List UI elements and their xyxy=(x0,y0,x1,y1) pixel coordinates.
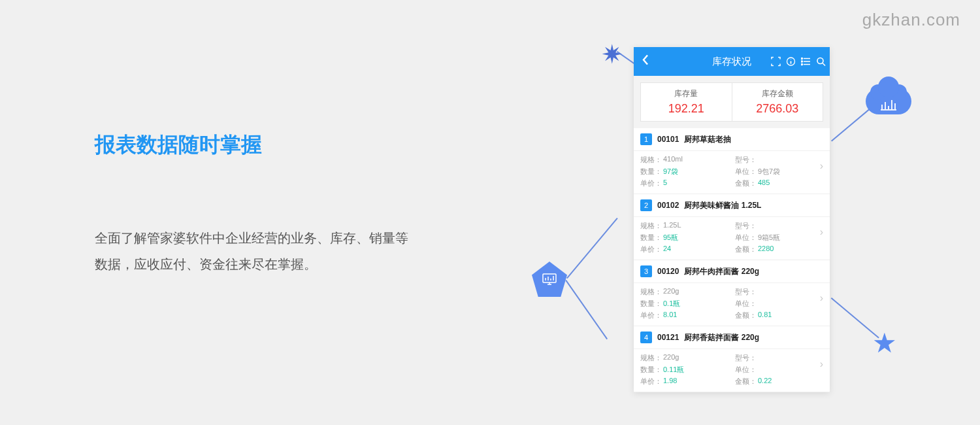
back-button[interactable] xyxy=(642,54,649,69)
watermark-text: gkzhan.com xyxy=(862,10,960,30)
amount-value: 0.81 xyxy=(758,311,772,320)
summary-qty[interactable]: 库存量 192.21 xyxy=(640,82,732,122)
model-label: 型号： xyxy=(735,221,757,231)
spec-value: 220g xyxy=(663,353,679,363)
decorative-line xyxy=(565,280,608,339)
item-name: 厨邦香菇拌面酱 220g xyxy=(684,332,759,343)
svg-point-5 xyxy=(817,58,823,64)
qty-value: 0.11瓶 xyxy=(663,365,684,375)
price-label: 单价： xyxy=(640,178,662,188)
model-label: 型号： xyxy=(735,287,757,297)
marketing-panel: 报表数据随时掌握 全面了解管家婆软件中企业经营的业务、库存、销量等数据，应收应付… xyxy=(95,131,408,277)
amount-label: 金额： xyxy=(735,311,757,320)
price-value: 1.98 xyxy=(663,377,677,386)
unit-value: 9包7袋 xyxy=(758,167,780,177)
unit-label: 单位： xyxy=(735,233,757,243)
cloud-chart-icon xyxy=(862,75,915,114)
item-index: 2 xyxy=(640,199,652,211)
item-code: 00101 xyxy=(657,135,679,144)
price-value: 8.01 xyxy=(663,311,677,320)
marketing-description: 全面了解管家婆软件中企业经营的业务、库存、销量等数据，应收应付、资金往来尽在掌握… xyxy=(95,225,408,277)
spec-label: 规格： xyxy=(640,155,662,165)
item-list: 1 00101 厨邦草菇老抽 规格：410ml 型号： 数量：97袋 单位：9包… xyxy=(634,128,830,392)
burst-icon: ✷ xyxy=(601,39,623,69)
price-label: 单价： xyxy=(640,245,662,254)
phone-mockup: 库存状况 xyxy=(634,47,830,392)
qty-label: 数量： xyxy=(640,167,662,177)
list-item[interactable]: 4 00121 厨邦香菇拌面酱 220g 规格：220g 型号： 数量：0.11… xyxy=(634,326,830,392)
price-value: 5 xyxy=(663,178,667,188)
price-value: 24 xyxy=(663,245,671,254)
item-code: 00121 xyxy=(657,333,679,342)
summary-qty-label: 库存量 xyxy=(641,88,732,99)
chevron-right-icon: › xyxy=(820,292,823,304)
list-item[interactable]: 1 00101 厨邦草菇老抽 规格：410ml 型号： 数量：97袋 单位：9包… xyxy=(634,128,830,194)
item-name: 厨邦美味鲜酱油 1.25L xyxy=(684,200,761,211)
qty-label: 数量： xyxy=(640,299,662,309)
amount-value: 0.22 xyxy=(758,377,772,386)
item-name: 厨邦草菇老抽 xyxy=(684,134,731,145)
amount-label: 金额： xyxy=(735,377,757,386)
summary-amount-label: 库存金额 xyxy=(732,88,823,99)
svg-point-4 xyxy=(802,64,803,65)
unit-label: 单位： xyxy=(735,167,757,177)
unit-label: 单位： xyxy=(735,365,757,375)
list-item[interactable]: 2 00102 厨邦美味鲜酱油 1.25L 规格：1.25L 型号： 数量：95… xyxy=(634,194,830,260)
item-code: 00120 xyxy=(657,267,679,276)
page-title: 库存状况 xyxy=(712,56,751,68)
decorative-line xyxy=(566,218,618,279)
amount-label: 金额： xyxy=(735,245,757,254)
model-label: 型号： xyxy=(735,155,757,165)
phone-header: 库存状况 xyxy=(634,47,830,76)
unit-label: 单位： xyxy=(735,299,757,309)
star-icon: ★ xyxy=(872,327,897,359)
chevron-right-icon: › xyxy=(820,358,823,370)
unit-value: 9箱5瓶 xyxy=(758,233,780,243)
summary-amount[interactable]: 库存金额 2766.03 xyxy=(732,82,824,122)
model-label: 型号： xyxy=(735,353,757,363)
summary-panel: 库存量 192.21 库存金额 2766.03 xyxy=(634,76,830,128)
svg-point-3 xyxy=(802,61,803,62)
qty-value: 97袋 xyxy=(663,167,678,177)
spec-value: 410ml xyxy=(663,155,683,165)
summary-qty-value: 192.21 xyxy=(641,102,732,116)
spec-value: 220g xyxy=(663,287,679,297)
item-code: 00102 xyxy=(657,201,679,210)
spec-label: 规格： xyxy=(640,221,662,231)
spec-value: 1.25L xyxy=(663,221,681,231)
chevron-right-icon: › xyxy=(820,226,823,238)
amount-label: 金额： xyxy=(735,178,757,188)
info-icon[interactable] xyxy=(786,57,796,67)
spec-label: 规格： xyxy=(640,287,662,297)
svg-rect-0 xyxy=(543,274,556,282)
scan-icon[interactable] xyxy=(771,57,781,67)
spec-label: 规格： xyxy=(640,353,662,363)
qty-label: 数量： xyxy=(640,365,662,375)
summary-amount-value: 2766.03 xyxy=(732,102,823,116)
amount-value: 485 xyxy=(758,178,770,188)
item-name: 厨邦牛肉拌面酱 220g xyxy=(684,266,759,277)
search-icon[interactable] xyxy=(816,57,826,67)
qty-value: 0.1瓶 xyxy=(663,299,680,309)
item-index: 1 xyxy=(640,133,652,145)
list-item[interactable]: 3 00120 厨邦牛肉拌面酱 220g 规格：220g 型号： 数量：0.1瓶… xyxy=(634,260,830,326)
list-icon[interactable] xyxy=(801,57,811,67)
qty-label: 数量： xyxy=(640,233,662,243)
item-index: 3 xyxy=(640,265,652,277)
monitor-icon xyxy=(532,262,567,297)
svg-point-2 xyxy=(802,58,803,60)
price-label: 单价： xyxy=(640,377,662,386)
chevron-right-icon: › xyxy=(820,160,823,172)
amount-value: 2280 xyxy=(758,245,774,254)
price-label: 单价： xyxy=(640,311,662,320)
marketing-title: 报表数据随时掌握 xyxy=(95,131,408,160)
item-index: 4 xyxy=(640,332,652,343)
qty-value: 95瓶 xyxy=(663,233,678,243)
